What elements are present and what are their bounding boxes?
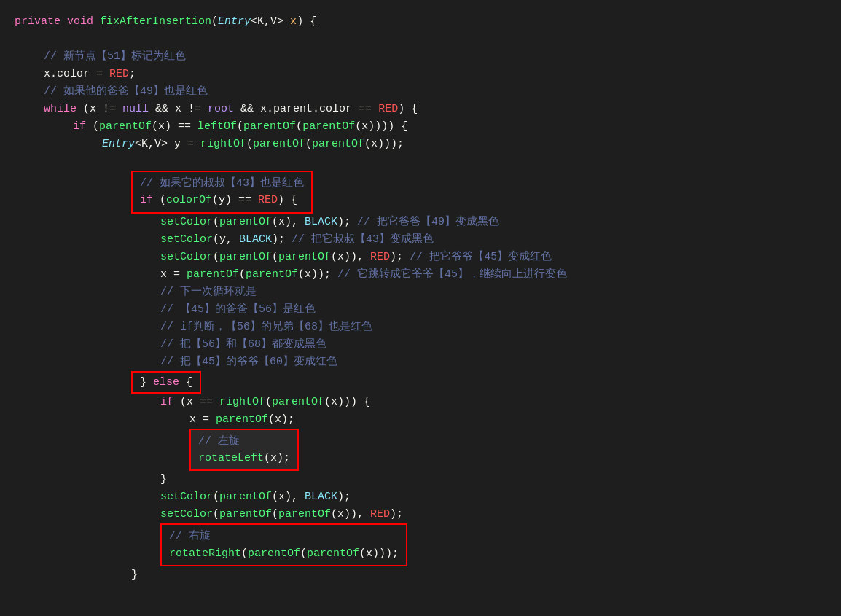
comment-next-loop: // 下一次循环就是 (160, 284, 257, 300)
fn-parentof6: parentOf (219, 214, 272, 230)
fn-rotateleft: rotateLeft (198, 450, 264, 467)
sc2-close: ); (272, 231, 292, 248)
fn-rightof: rightOf (200, 136, 246, 152)
line-if-rightof: if (x == rightOf(parentOf(x))) { (15, 394, 826, 411)
x-arg: (x)); (298, 266, 337, 283)
fn-parentof11: parentOf (272, 394, 324, 410)
comment-right-rotate: // 右旋 (169, 528, 211, 545)
rr-arg: (x))); (359, 545, 399, 562)
sc5-close: ); (390, 506, 403, 523)
sc4-arg: (x), (272, 488, 305, 505)
fn12-arg: (x); (268, 411, 294, 428)
while-close: ) { (398, 101, 418, 117)
line-comment5: // if判断，【56】的兄弟【68】也是红色 (15, 319, 826, 336)
fn-parentof4: parentOf (253, 136, 305, 152)
x-reassign: x = (160, 266, 187, 283)
comment-56-68-black: // 把【56】和【68】都变成黑色 (160, 336, 326, 353)
comment-56-bro-red: // if判断，【56】的兄弟【68】也是红色 (160, 319, 372, 335)
if2-close: ) { (278, 192, 297, 208)
fn-setcolor4: setColor (160, 488, 213, 505)
sc5-inner: ( (272, 506, 278, 523)
paren-close: ) { (297, 13, 316, 30)
and1: && x != (149, 101, 208, 117)
fn-setcolor3: setColor (160, 249, 213, 265)
fn-setcolor1: setColor (160, 214, 213, 230)
line-setcolor5: setColor(parentOf(parentOf(x)), RED); (15, 506, 826, 523)
comment-45-grandpa-red: // 把【45】的爷爷【60】变成红色 (160, 354, 337, 370)
line-while: while (x != null && x != root && x.paren… (15, 101, 826, 118)
brace-else-close: } (131, 566, 138, 583)
fn-parentof10: parentOf (246, 266, 298, 283)
fn-rightof-open: ( (246, 136, 253, 152)
fn-parentof7: parentOf (219, 249, 272, 265)
line-comment6: // 把【56】和【68】都变成黑色 (15, 336, 826, 354)
highlight-box-4: // 右旋 rotateRight(parentOf(parentOf(x)))… (160, 523, 407, 566)
fn-rightof2-open: ( (265, 394, 272, 410)
fn-parentof17: parentOf (307, 545, 359, 562)
line-comment4: // 【45】的爸爸【56】是红色 (15, 301, 826, 319)
generic2: <K,V> y = (135, 136, 200, 152)
type-entry: Entry (218, 13, 251, 30)
sc1-arg: (x), (272, 214, 305, 230)
sc5-arg: (x)), (331, 506, 370, 523)
if3-open: (x == (180, 394, 219, 410)
line-close-else: } (15, 566, 826, 584)
fn-setcolor2: setColor (160, 231, 213, 248)
fn-parentof3: parentOf (302, 118, 355, 135)
fn-parentof9: parentOf (187, 266, 239, 283)
highlight-box-2: } else { (131, 371, 201, 394)
line-blank1 (15, 31, 826, 48)
fn-parentof1: parentOf (99, 118, 152, 135)
line-comment-left-rotate: // 左旋 (198, 433, 290, 450)
const-red5: RED (370, 506, 390, 523)
line-comment-uncle: // 如果它的叔叔【43】也是红色 (140, 175, 304, 192)
keyword-private: private (15, 13, 67, 30)
line-setcolor2: setColor(y, BLACK); // 把它叔叔【43】变成黑色 (15, 231, 826, 249)
keyword-if2: if (140, 192, 160, 208)
fn4-inner: ( (305, 136, 312, 152)
line-blank2 (15, 153, 826, 171)
sc3-arg: (x)), (331, 249, 370, 265)
sc1-open: ( (213, 214, 219, 230)
line-entry-y: Entry<K,V> y = rightOf(parentOf(parentOf… (15, 136, 826, 153)
line-setcolor3: setColor(parentOf(parentOf(x)), RED); //… (15, 249, 826, 266)
fn-parentof15: parentOf (278, 506, 331, 523)
if2-open: ( (160, 192, 166, 208)
fn-parentof2: parentOf (243, 118, 296, 135)
fn-parentof5: parentOf (312, 136, 364, 152)
paren-open: ( (211, 13, 218, 30)
fn-colorof: colorOf (166, 192, 212, 208)
fn5-arg: (x))); (364, 136, 404, 152)
method-name: fixAfterInsertion (100, 13, 211, 30)
rr-open: ( (241, 545, 248, 562)
const-red3: RED (258, 192, 278, 208)
comment-red-grandpa: // 把它爷爷【45】变成红色 (410, 249, 552, 265)
keyword-root: root (208, 101, 234, 117)
const-black2: BLACK (239, 231, 272, 248)
const-red: RED (109, 66, 129, 82)
if1-open: ( (93, 118, 99, 135)
fn2-inner: ( (296, 118, 302, 135)
keyword-if1: if (73, 118, 93, 135)
comment-uncle: // 如果它的叔叔【43】也是红色 (140, 175, 304, 192)
fn-setcolor5: setColor (160, 506, 213, 523)
fn-leftof: leftOf (197, 118, 237, 135)
sc2-open: (y, (213, 231, 239, 248)
fn-parentof14: parentOf (219, 506, 272, 523)
line-if-parentof: if (parentOf(x) == leftOf(parentOf(paren… (15, 118, 826, 136)
comment-black1: // 把它爸爸【49】变成黑色 (357, 214, 499, 230)
fn3-arg: (x)))) { (355, 118, 407, 135)
line-setcolor1: setColor(parentOf(x), BLACK); // 把它爸爸【49… (15, 214, 826, 231)
semicolon1: ; (129, 66, 136, 82)
line-setcolor4: setColor(parentOf(x), BLACK); (15, 488, 826, 506)
const-black1: BLACK (305, 214, 337, 230)
colorof-arg: (y) == (212, 192, 258, 208)
type-entry2: Entry (102, 136, 135, 152)
keyword-null: null (122, 101, 149, 117)
fn-parentof13: parentOf (219, 488, 272, 505)
comment-dad-red: // 如果他的爸爸【49】也是红色 (44, 83, 208, 100)
fn-rotateright: rotateRight (169, 545, 241, 562)
line-x-parentof: x = parentOf(x); (15, 411, 826, 429)
x-color-assign: x.color = (44, 66, 109, 82)
line-if-colorof: if (colorOf(y) == RED) { (140, 192, 304, 208)
